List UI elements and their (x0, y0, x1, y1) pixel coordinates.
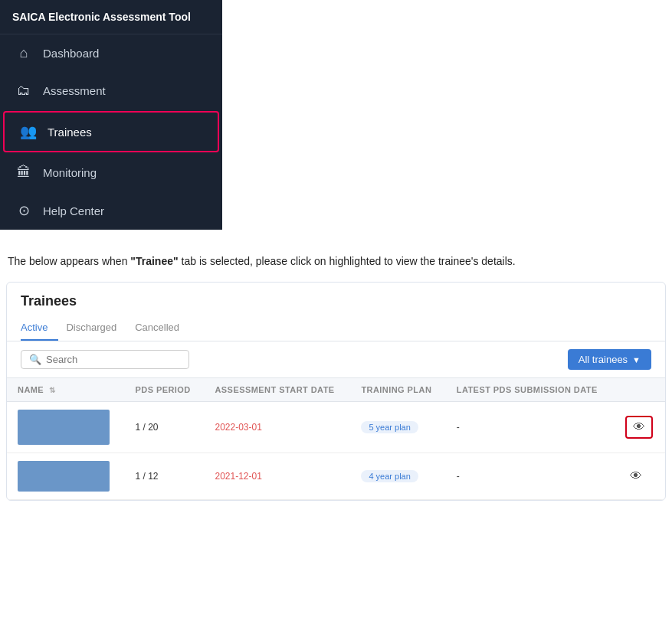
cell-name (7, 402, 124, 453)
sidebar-item-label: Assessment (43, 84, 106, 97)
tab-active[interactable]: Active (21, 315, 58, 341)
col-assessment-start-date: ASSESSMENT START DATE (204, 378, 350, 402)
tabs-bar: Active Discharged Cancelled (7, 315, 665, 341)
col-training-plan: TRAINING PLAN (350, 378, 445, 402)
sidebar-item-label: Help Center (43, 204, 104, 217)
sidebar-item-help-center[interactable]: ⊙ Help Center (0, 191, 222, 230)
cell-pds-period: 1 / 20 (124, 402, 204, 453)
sidebar-item-label: Monitoring (43, 166, 97, 179)
col-pds-period: PDS PERIOD (124, 378, 204, 402)
table-row: 1 / 20 2022-03-01 5 year plan - 👁 (7, 402, 665, 453)
cell-action: 👁 (615, 402, 665, 453)
main-content (222, 0, 672, 230)
sidebar-item-trainees[interactable]: 👥 Trainees (3, 111, 219, 152)
view-details-button-highlighted[interactable]: 👁 (625, 416, 653, 439)
name-avatar (18, 461, 110, 492)
tab-discharged[interactable]: Discharged (66, 315, 127, 341)
sidebar-item-label: Dashboard (43, 47, 99, 60)
search-input[interactable] (46, 354, 181, 365)
name-avatar (18, 410, 110, 445)
sidebar-item-dashboard[interactable]: ⌂ Dashboard (0, 34, 222, 72)
trainees-panel-title: Trainees (7, 283, 665, 315)
eye-icon: 👁 (630, 469, 642, 482)
cell-pds-period: 1 / 12 (124, 453, 204, 500)
cell-training-plan: 5 year plan (350, 402, 445, 453)
trainees-panel: Trainees Active Discharged Cancelled 🔍 A… (6, 282, 666, 501)
search-icon: 🔍 (29, 354, 41, 365)
name-cell (18, 410, 113, 445)
table-row: 1 / 12 2021-12-01 4 year plan - 👁 (7, 453, 665, 500)
sidebar-item-label: Trainees (48, 126, 92, 139)
col-latest-pds-submission-date: LATEST PDS SUBMISSION DATE (446, 378, 615, 402)
sidebar-nav: ⌂ Dashboard 🗂 Assessment 👥 Trainees 🏛 Mo… (0, 34, 222, 230)
toolbar: 🔍 All trainees ▼ (7, 341, 665, 377)
cell-action: 👁 (615, 453, 665, 500)
cell-training-plan: 4 year plan (350, 453, 445, 500)
trainees-table: NAME ⇅ PDS PERIOD ASSESSMENT START DATE … (7, 377, 665, 500)
sidebar-title: SAICA Electronic Assessment Tool (0, 0, 222, 34)
annotation-text: The below appears when "Trainee" tab is … (0, 230, 659, 282)
search-box[interactable]: 🔍 (21, 350, 189, 369)
home-icon: ⌂ (15, 45, 32, 61)
sidebar-item-monitoring[interactable]: 🏛 Monitoring (0, 154, 222, 191)
tab-cancelled[interactable]: Cancelled (135, 315, 190, 341)
monitoring-icon: 🏛 (15, 165, 32, 181)
filter-all-trainees-button[interactable]: All trainees ▼ (568, 349, 651, 370)
col-actions (615, 378, 665, 402)
col-name: NAME ⇅ (7, 378, 124, 402)
view-details-button[interactable]: 👁 (625, 466, 647, 486)
sidebar: SAICA Electronic Assessment Tool ⌂ Dashb… (0, 0, 222, 230)
trainees-icon: 👥 (20, 123, 37, 140)
eye-icon: 👁 (633, 420, 645, 433)
cell-latest-pds: - (446, 402, 615, 453)
cell-assessment-start-date: 2022-03-01 (204, 402, 350, 453)
cell-name (7, 453, 124, 500)
name-cell (18, 461, 113, 492)
sort-icon[interactable]: ⇅ (49, 386, 55, 394)
chevron-down-icon: ▼ (632, 355, 641, 364)
table-container: NAME ⇅ PDS PERIOD ASSESSMENT START DATE … (7, 377, 665, 500)
cell-assessment-start-date: 2021-12-01 (204, 453, 350, 500)
cell-latest-pds: - (446, 453, 615, 500)
help-icon: ⊙ (15, 202, 32, 219)
table-header-row: NAME ⇅ PDS PERIOD ASSESSMENT START DATE … (7, 378, 665, 402)
folder-icon: 🗂 (15, 83, 32, 99)
sidebar-item-assessment[interactable]: 🗂 Assessment (0, 72, 222, 109)
